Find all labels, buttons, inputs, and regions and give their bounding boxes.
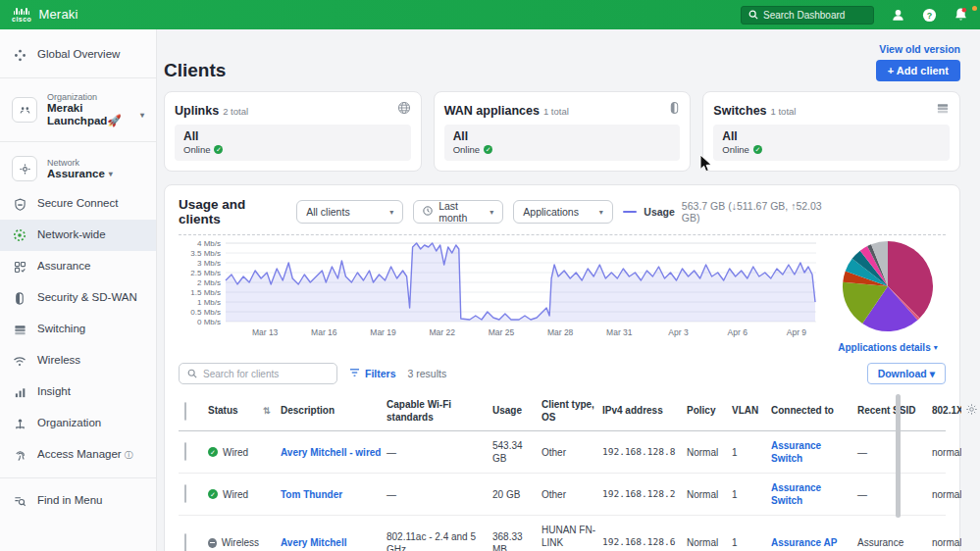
sidebar-item-wireless[interactable]: Wireless: [0, 345, 156, 376]
sidebar-item-find-in-menu[interactable]: Find in Menu: [0, 485, 156, 517]
sidebar-item-access-manager[interactable]: Access Manager ⓘ: [0, 439, 156, 471]
sidebar-item-global-overview[interactable]: Global Overview: [0, 39, 156, 71]
sidebar-item-secure-connect[interactable]: Secure Connect: [0, 188, 156, 220]
wan-appliances-card[interactable]: WAN appliances1 total All Online✓: [434, 91, 692, 172]
sidebar: Global Overview Organization Meraki Laun…: [0, 29, 157, 551]
wifi-standards-cell: 802.11ac - 2.4 and 5 GHz: [387, 523, 489, 551]
table-row[interactable]: ✓WiredAvery Mitchell - wired—543.34 GBOt…: [179, 431, 946, 474]
select-all-checkbox[interactable]: [179, 403, 204, 421]
usage-area-chart[interactable]: 0 Mb/s0.5 Mb/s1 Mb/s1.5 Mb/s2 Mb/s2.5 Mb…: [179, 235, 830, 353]
column-header-connected-to[interactable]: Connected to: [771, 398, 853, 425]
help-icon[interactable]: ?: [922, 8, 937, 23]
switches-status-box[interactable]: All Online✓: [713, 125, 950, 161]
meraki-logo[interactable]: cisco Meraki: [12, 7, 78, 23]
sidebar-item-network-wide[interactable]: Network-wide: [0, 220, 156, 251]
usage-legend: Usage 563.7 GB (↓511.67 GB, ↑52.03 GB): [623, 200, 946, 224]
policy-cell: Normal: [687, 438, 728, 467]
row-checkbox[interactable]: [179, 534, 204, 551]
sidebar-item-organization[interactable]: Organization: [0, 408, 156, 439]
svg-text:Mar 16: Mar 16: [311, 327, 337, 337]
connected-to-link[interactable]: Assurance AP: [771, 528, 853, 551]
column-header-usage[interactable]: Usage: [492, 398, 538, 425]
info-icon: ⓘ: [125, 450, 133, 460]
column-header-policy[interactable]: Policy: [687, 398, 728, 425]
sort-icon[interactable]: ⇅: [263, 399, 277, 424]
clients-search-input[interactable]: [203, 369, 329, 379]
column-header-8021x-policy[interactable]: 802.1X policy: [932, 398, 961, 425]
column-header-client-type-os[interactable]: Client type, OS: [542, 392, 598, 430]
recent-ssid-cell: —: [857, 480, 928, 509]
svg-text:3.5 Mb/s: 3.5 Mb/s: [190, 249, 221, 258]
table-settings-gear-icon[interactable]: [965, 396, 978, 426]
shield-icon: [12, 196, 27, 212]
column-header-status[interactable]: Status: [208, 398, 259, 425]
table-row[interactable]: ✓WiredTom Thunder—20 GBOther192.168.128.…: [179, 474, 946, 516]
dashboard-search-input[interactable]: [763, 10, 866, 21]
table-scrollbar[interactable]: [896, 394, 901, 518]
filters-button[interactable]: Filters: [349, 368, 396, 379]
switches-card[interactable]: Switches1 total All Online✓: [702, 91, 960, 172]
spacer: [263, 444, 277, 460]
column-header-vlan[interactable]: VLAN: [732, 398, 767, 425]
row-checkbox[interactable]: [179, 485, 204, 503]
uplinks-card[interactable]: Uplinks2 total All Online✓: [164, 91, 422, 172]
divider: [0, 141, 156, 142]
clients-search[interactable]: [179, 363, 337, 384]
client-description-link[interactable]: Avery Mitchell - wired: [281, 438, 383, 467]
wan-appliance-icon: [669, 101, 680, 119]
column-header-description[interactable]: Description: [281, 398, 383, 425]
client-description-link[interactable]: Avery Mitchell: [281, 528, 383, 551]
chevron-down-icon: ▾: [934, 343, 938, 352]
sidebar-item-assurance[interactable]: Assurance: [0, 251, 156, 282]
sidebar-item-security-sdwan[interactable]: Security & SD-WAN: [0, 282, 156, 314]
sidebar-item-insight[interactable]: Insight: [0, 376, 156, 408]
checkbox[interactable]: [184, 402, 186, 421]
notifications-bell-icon[interactable]: [954, 7, 968, 23]
checkbox[interactable]: [184, 484, 186, 503]
checkbox[interactable]: [184, 442, 186, 461]
main-content: Clients View old version + Add client Up…: [157, 29, 980, 551]
time-range-select[interactable]: Last month▾: [413, 200, 503, 224]
recent-ssid-cell: Assurance: [857, 528, 928, 551]
row-checkbox[interactable]: [179, 443, 204, 461]
applications-select[interactable]: Applications▾: [513, 200, 612, 224]
client-type-cell: Other: [542, 438, 598, 467]
chevron-down-icon: ▾: [490, 208, 493, 217]
table-row[interactable]: WirelessAvery Mitchell802.11ac - 2.4 and…: [179, 516, 946, 551]
organization-tree-icon: [12, 416, 27, 431]
client-filter-select[interactable]: All clients▾: [296, 200, 403, 224]
connected-to-link[interactable]: Assurance Switch: [771, 474, 853, 515]
sidebar-item-switching[interactable]: Switching: [0, 314, 156, 345]
add-client-button[interactable]: + Add client: [876, 60, 960, 81]
column-header-recent-ssid[interactable]: Recent SSID: [857, 398, 928, 425]
svg-text:2 Mb/s: 2 Mb/s: [197, 278, 221, 287]
filter-icon: [349, 368, 360, 379]
applications-pie-chart[interactable]: [841, 239, 935, 337]
column-header-ipv4-address[interactable]: IPv4 address: [602, 398, 683, 425]
account-icon[interactable]: [891, 8, 905, 23]
uplinks-status-box[interactable]: All Online✓: [175, 125, 411, 161]
wan-status-box[interactable]: All Online✓: [444, 125, 681, 161]
svg-text:Apr 9: Apr 9: [787, 327, 807, 337]
organization-selector[interactable]: Organization Meraki Launchpad🚀▾: [0, 85, 156, 134]
download-button[interactable]: Download ▾: [867, 363, 946, 384]
status-cell: Wireless: [208, 528, 259, 551]
view-old-version-link[interactable]: View old version: [879, 43, 960, 55]
bar-chart-icon: [12, 384, 27, 400]
client-type-cell: HUNAN FN-LINK Technology: [542, 516, 598, 551]
network-icon: [12, 156, 37, 181]
find-in-menu-icon: [12, 493, 27, 509]
wifi-standards-cell: —: [387, 480, 489, 509]
network-selector[interactable]: Network Assurance▾: [0, 149, 156, 188]
recent-ssid-cell: —: [857, 438, 928, 467]
svg-text:1 Mb/s: 1 Mb/s: [197, 298, 221, 307]
applications-details-link[interactable]: Applications details: [838, 342, 930, 353]
client-description-link[interactable]: Tom Thunder: [281, 480, 383, 509]
brand-name: Meraki: [38, 7, 77, 23]
column-header-capable-wifi-standards[interactable]: Capable Wi-Fi standards: [387, 392, 489, 430]
connected-to-link[interactable]: Assurance Switch: [771, 431, 853, 473]
security-sdwan-icon: [12, 290, 27, 306]
switch-icon: [936, 101, 950, 119]
checkbox[interactable]: [184, 533, 186, 551]
dashboard-search[interactable]: [741, 6, 874, 25]
